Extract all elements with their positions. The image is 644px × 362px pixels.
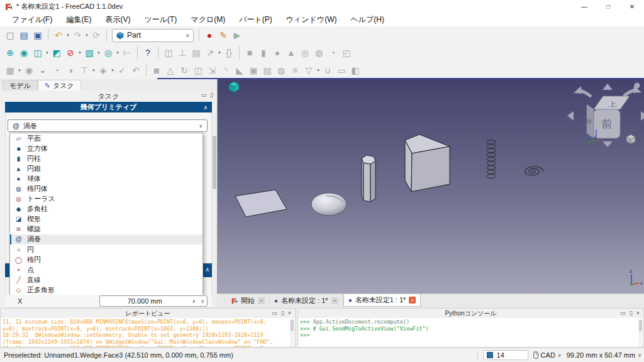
sweep-button[interactable]: ∪ xyxy=(321,63,335,77)
offset-button[interactable]: ▣ xyxy=(247,63,260,77)
primitive-option-cylinder[interactable]: ▮円柱 xyxy=(10,153,203,163)
dropdown-chevron-icon[interactable]: ▾ xyxy=(316,68,321,73)
close-icon[interactable]: × xyxy=(331,297,338,304)
menu-tools[interactable]: ツール(T) xyxy=(137,13,184,26)
open-document-button[interactable]: ▤ xyxy=(17,28,31,42)
primitive-option-prism[interactable]: ◆多角柱 xyxy=(10,204,203,214)
primitive-option-cone[interactable]: ▲円錐 xyxy=(10,163,203,173)
undo-button[interactable]: ↶ xyxy=(52,28,65,42)
panel-scrollbar[interactable] xyxy=(212,112,217,308)
macro-edit-button[interactable]: ✎ xyxy=(216,28,230,42)
dock-icon[interactable]: ▭ xyxy=(620,310,626,316)
nav-cube-front-label[interactable]: 前 xyxy=(602,118,613,130)
workbench-selector[interactable]: Part ∨ xyxy=(112,29,194,42)
primitive-option-torus[interactable]: ◎トーラス xyxy=(10,194,203,204)
primitive-type-select[interactable]: @ 渦巻 ∨ xyxy=(8,119,208,132)
python-console-scrollbar[interactable] xyxy=(638,319,643,347)
primitive-torus-button[interactable]: ◎ xyxy=(298,46,312,60)
nav-arrow-up-icon[interactable] xyxy=(602,84,613,90)
primitive-option-box[interactable]: ■立方体 xyxy=(10,143,203,153)
shape-helix[interactable] xyxy=(487,140,496,178)
make-face-button[interactable]: ◙ xyxy=(150,63,164,77)
mirror-button[interactable]: ◫ xyxy=(191,63,205,77)
coordinate-system-button[interactable]: ⊥ xyxy=(175,46,189,60)
shape-plane[interactable] xyxy=(235,190,287,217)
revolve-button[interactable]: ↻ xyxy=(177,63,191,77)
boolean-cut-button[interactable]: ◔ xyxy=(50,63,64,77)
menu-help[interactable]: ヘルプ(H) xyxy=(343,13,391,26)
primitive-option-spiral[interactable]: @渦巻 xyxy=(10,234,203,244)
report-view-log[interactable]: 11, 11 minimum size: 654x888 MINMAXINFO(… xyxy=(1,318,295,347)
mdi-tab-doc1[interactable]: ●名称未設定 : 1*× xyxy=(270,294,343,307)
nav-arrow-right-icon[interactable] xyxy=(641,111,644,121)
measure-button[interactable]: ⊢ xyxy=(120,46,134,60)
boolean-section-button[interactable]: ◑ xyxy=(64,63,77,77)
nav-dot-icon[interactable] xyxy=(635,83,640,89)
close-icon[interactable]: × xyxy=(288,310,291,316)
create-part-button[interactable]: ◫ xyxy=(162,46,175,60)
primitive-option-regular-polygon[interactable]: ◇正多角形 xyxy=(10,285,203,295)
primitive-option-ellipse[interactable]: ◯楕円 xyxy=(10,255,203,265)
primitive-tube-button[interactable]: ◍ xyxy=(312,46,326,60)
dropdown-chevron-icon[interactable]: ▾ xyxy=(115,50,120,55)
minimize-button[interactable]: — xyxy=(572,0,596,13)
panel-tab-task[interactable]: ✎タスク xyxy=(38,80,81,90)
menu-edit[interactable]: 編集(E) xyxy=(59,13,98,26)
dropdown-chevron-icon[interactable]: ▾ xyxy=(45,50,50,55)
fit-all-button[interactable]: ⊕ xyxy=(3,46,17,60)
float-icon[interactable]: ▯ xyxy=(630,310,633,316)
navigation-style-selector[interactable]: CAD ∨ xyxy=(533,351,562,359)
dock-icon[interactable]: ▭ xyxy=(201,92,207,98)
dock-icon[interactable]: ▭ xyxy=(272,310,277,316)
shape-spiral[interactable] xyxy=(525,167,543,175)
dropdown-chevron-icon[interactable]: ▾ xyxy=(110,68,115,73)
nav-arrow-down-icon[interactable] xyxy=(602,141,613,147)
3d-viewport-canvas[interactable]: 前 上 左 z x xyxy=(218,79,644,293)
report-view-scrollbar[interactable] xyxy=(290,319,294,347)
shape-prism[interactable] xyxy=(362,155,375,202)
float-icon[interactable]: ▯ xyxy=(210,92,213,98)
redo-button[interactable]: ↷ xyxy=(70,28,84,42)
primitive-option-wedge[interactable]: ◪楔形 xyxy=(10,214,203,224)
boolean-fuse-button[interactable]: ◉ xyxy=(22,63,36,77)
primitive-cylinder-button[interactable]: ▮ xyxy=(257,46,270,60)
spin-down-icon[interactable]: ∨ xyxy=(198,299,207,304)
primitive-option-plane[interactable]: ▱平面 xyxy=(10,133,203,143)
menu-file[interactable]: ファイル(F) xyxy=(5,13,59,26)
expression-button[interactable]: {} xyxy=(222,46,236,60)
menu-windows[interactable]: ウィンドウ(W) xyxy=(279,13,344,26)
macro-record-button[interactable]: ● xyxy=(203,28,216,42)
check-geometry-button[interactable]: ✓ xyxy=(115,63,129,77)
set-appearance-button[interactable]: ▧ xyxy=(82,46,96,60)
primitive-option-ellipsoid[interactable]: ◍楕円体 xyxy=(10,184,203,194)
zoom-tools-button[interactable]: ◎ xyxy=(101,46,115,60)
group-button[interactable]: ▤ xyxy=(189,46,203,60)
nav-mini-cube-icon[interactable] xyxy=(626,134,635,144)
boolean-common-button[interactable]: ◒ xyxy=(36,63,50,77)
sync-view-button[interactable]: ◩ xyxy=(50,46,64,60)
primitive-option-helix[interactable]: ≋螺旋 xyxy=(10,224,203,234)
new-document-button[interactable]: ▢ xyxy=(3,28,17,42)
shape-builder-adv-button[interactable]: ◧ xyxy=(348,63,362,77)
thickness-button[interactable]: ◍ xyxy=(274,63,288,77)
nav-cube-top-label[interactable]: 上 xyxy=(608,101,618,107)
chamfer-button[interactable]: ◣ xyxy=(233,63,247,77)
ruled-surface-button[interactable]: ▭ xyxy=(335,63,348,77)
dropdown-chevron-icon[interactable]: ▾ xyxy=(84,33,89,38)
menu-macro[interactable]: マクロ(M) xyxy=(184,13,232,26)
maximize-button[interactable]: □ xyxy=(596,0,620,13)
close-icon[interactable]: × xyxy=(409,297,416,304)
3d-viewport[interactable]: 前 上 左 z x xyxy=(217,79,644,293)
primitive-option-circle[interactable]: ○円 xyxy=(10,244,203,255)
shape-box[interactable] xyxy=(405,134,450,192)
menu-view[interactable]: 表示(V) xyxy=(98,13,137,26)
fillet-button[interactable]: ◝ xyxy=(219,63,233,77)
primitive-option-line[interactable]: ╱直線 xyxy=(10,275,203,285)
split-slice-button[interactable]: ◈ xyxy=(96,63,110,77)
zoom-selection-button[interactable]: ◉ xyxy=(17,46,31,60)
dropdown-chevron-icon[interactable]: ▾ xyxy=(217,50,222,55)
primitive-box-button[interactable]: ■ xyxy=(243,46,257,60)
close-icon[interactable]: × xyxy=(258,297,265,304)
loft-button[interactable]: ▽ xyxy=(302,63,316,77)
spin-up-icon[interactable]: ∧ xyxy=(189,299,198,304)
